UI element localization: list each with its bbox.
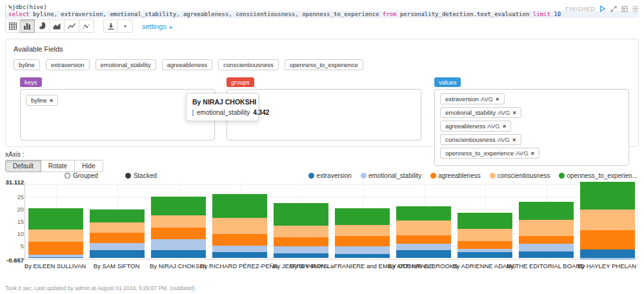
bar-segment-emotional_stability[interactable] [519,244,574,251]
bar-segment-openness_to_experience[interactable] [151,197,206,215]
legend-item[interactable]: conscientiousness [490,172,550,179]
editor-toggle-icon[interactable] [621,5,628,12]
line-chart-icon-button[interactable] [65,19,79,33]
bar-segment-conscientiousness[interactable] [28,230,84,242]
bar-segment-extraversion[interactable] [151,250,206,259]
bar-segment-agreeableness[interactable] [151,228,206,239]
bar-segment-emotional_stability[interactable] [28,255,84,257]
bar-segment-openness_to_experience[interactable] [28,208,84,229]
bar-segment-conscientiousness[interactable] [90,222,145,233]
field-chip[interactable]: conscientiousness [218,59,279,70]
aggregation-label[interactable]: AVG [498,109,510,116]
assigned-field-chip[interactable]: agreeablenessAVG× [440,121,511,132]
bar-segment-emotional_stability[interactable] [335,246,390,254]
bar-segment-extraversion[interactable] [519,251,574,259]
bar-segment-emotional_stability[interactable] [212,246,268,253]
pie-chart-icon-button[interactable] [35,19,50,33]
remove-chip-icon[interactable]: × [496,95,499,103]
bar-segment-conscientiousness[interactable] [519,220,574,235]
bar-segment-openness_to_experience[interactable] [396,206,452,220]
aggregation-label[interactable]: AVG [516,150,528,157]
bar-segment-conscientiousness[interactable] [335,225,390,235]
bar-segment-extraversion[interactable] [580,250,636,258]
bar-segment-agreeableness[interactable] [458,241,513,249]
field-chip[interactable]: openness_to_experience [285,59,363,70]
sql-editor[interactable]: %jdbc(hive) select byline, extraversion,… [5,4,639,18]
field-chip[interactable]: agreeableness [162,59,212,70]
bar-segment-extraversion[interactable] [274,253,329,259]
table-icon-button[interactable] [5,19,20,33]
bar-segment-emotional_stability[interactable] [90,243,145,250]
y-axis-tick-label: 31.112 [5,179,24,186]
bar-segment-extraversion[interactable] [335,254,390,258]
bar-segment-extraversion[interactable] [90,250,145,258]
remove-chip-icon[interactable]: × [513,109,517,116]
bar-segment-openness_to_experience[interactable] [335,208,390,226]
bar-segment-conscientiousness[interactable] [396,220,452,235]
bar-chart-icon-button[interactable] [20,19,35,33]
legend-item[interactable]: openness_to_experien... [559,172,638,179]
grouped-radio[interactable]: Grouped [65,172,98,179]
tooltip-series-row: emotional_stability 4.342 [192,109,252,116]
legend-item[interactable]: emotional_stability [361,172,421,179]
bar-segment-emotional_stability[interactable] [458,249,513,252]
bar-segment-openness_to_experience[interactable] [519,202,574,220]
bar-segment-openness_to_experience[interactable] [458,213,513,229]
legend-item[interactable]: agreeableness [430,172,481,179]
bar-segment-extraversion[interactable] [212,252,268,258]
settings-toggle-link[interactable]: settings ▲ [142,23,173,30]
bar-segment-agreeableness[interactable] [396,235,452,244]
remove-chip-icon[interactable]: × [512,136,516,143]
bar-segment-agreeableness[interactable] [335,236,390,246]
bar-segment-conscientiousness[interactable] [458,229,513,241]
assigned-field-chip[interactable]: emotional_stabilityAVG× [440,107,521,118]
bar-segment-extraversion[interactable] [28,257,84,259]
assigned-field-chip[interactable]: openness_to_experienceAVG× [440,148,539,159]
assigned-field-chip[interactable]: extraversionAVG× [440,93,505,104]
chart-tooltip: By NIRAJ CHOKSHI emotional_stability 4.3… [186,93,259,121]
aggregation-label[interactable]: AVG [498,136,510,143]
aggregation-label[interactable]: AVG [481,95,493,103]
gear-icon[interactable] [632,5,639,12]
bar-segment-openness_to_experience[interactable] [580,182,636,210]
bar-segment-emotional_stability[interactable] [396,244,452,251]
scatter-chart-icon-button[interactable] [79,19,94,33]
legend-item[interactable]: extraversion [308,172,351,179]
bar-segment-openness_to_experience[interactable] [212,194,268,218]
bar-segment-agreeableness[interactable] [274,237,329,246]
bar-segment-conscientiousness[interactable] [580,210,636,230]
legend-swatch-icon [559,173,565,179]
remove-chip-icon[interactable]: × [503,122,507,130]
assigned-field-chip[interactable]: conscientiousnessAVG× [440,134,521,145]
field-chip[interactable]: byline [14,59,40,70]
values-dropzone[interactable]: extraversionAVG×emotional_stabilityAVG×a… [434,89,629,166]
expand-icon[interactable] [610,5,617,12]
bar-segment-conscientiousness[interactable] [212,218,268,234]
field-chip[interactable]: emotional_stability [96,59,156,70]
play-icon[interactable] [599,5,606,12]
bar-segment-emotional_stability[interactable] [580,258,636,260]
bar-segment-agreeableness[interactable] [580,230,636,250]
bar-segment-extraversion[interactable] [458,252,513,258]
bar-segment-openness_to_experience[interactable] [90,210,145,222]
remove-chip-icon[interactable]: × [531,150,535,157]
aggregation-label[interactable]: AVG [487,122,499,130]
field-chip[interactable]: extraversion [46,59,90,70]
plot-area[interactable] [25,182,638,260]
download-caret-button[interactable]: ▾ [118,19,133,33]
download-icon[interactable] [103,19,118,33]
remove-chip-icon[interactable]: × [50,97,54,104]
bar-segment-emotional_stability[interactable] [151,239,206,250]
bar-segment-agreeableness[interactable] [519,236,574,244]
stacked-radio[interactable]: Stacked [125,172,157,179]
bar-segment-agreeableness[interactable] [90,233,145,243]
bar-segment-emotional_stability[interactable] [274,246,329,253]
bar-segment-openness_to_experience[interactable] [274,203,329,226]
bar-segment-extraversion[interactable] [396,250,452,258]
bar-segment-agreeableness[interactable] [212,234,268,246]
bar-segment-conscientiousness[interactable] [274,226,329,237]
area-chart-icon-button[interactable] [50,19,65,33]
assigned-field-chip[interactable]: byline× [26,95,58,106]
bar-segment-agreeableness[interactable] [28,242,84,255]
bar-segment-conscientiousness[interactable] [151,215,206,228]
